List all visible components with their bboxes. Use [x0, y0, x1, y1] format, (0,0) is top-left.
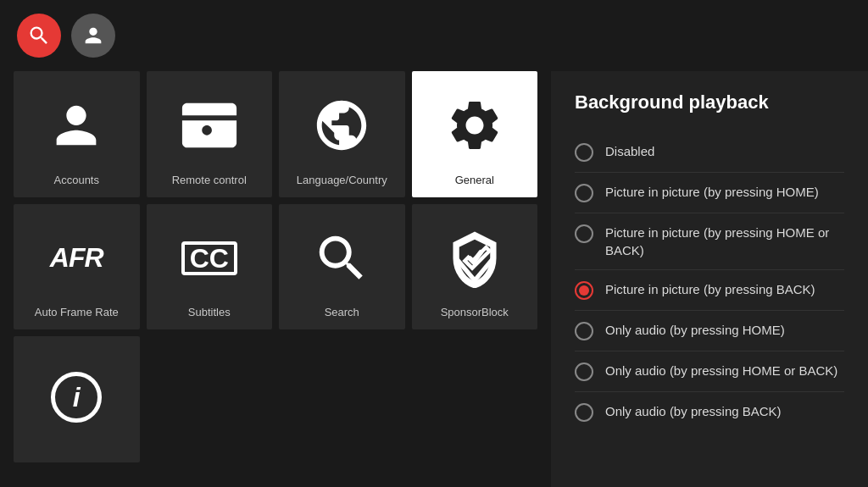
right-panel: Background playback Disabled Picture in … [551, 71, 868, 487]
divider-1 [575, 172, 844, 173]
header [0, 0, 868, 71]
main-content: Accounts Remote control Language/Country… [0, 71, 868, 487]
sponsorblock-icon [422, 214, 528, 303]
option-pip-home[interactable]: Picture in picture (by pressing HOME) [575, 174, 844, 211]
radio-audio-home-back [575, 362, 593, 381]
radio-audio-back [575, 403, 593, 422]
divider-4 [575, 310, 844, 311]
divider-2 [575, 213, 844, 213]
grid-item-remote-control[interactable]: Remote control [147, 71, 273, 197]
radio-audio-home [575, 322, 593, 340]
panel-title: Background playback [575, 91, 844, 113]
sponsorblock-label: SponsorBlock [441, 306, 509, 319]
remote-control-label: Remote control [172, 174, 247, 187]
divider-3 [575, 269, 844, 270]
grid-item-general[interactable]: General [412, 71, 538, 197]
grid-item-sponsorblock[interactable]: SponsorBlock [412, 204, 538, 330]
afr-icon: AFR [24, 214, 130, 303]
search-label: Search [325, 306, 359, 319]
option-audio-home[interactable]: Only audio (by pressing HOME) [575, 313, 844, 349]
language-icon [289, 81, 395, 170]
option-disabled-label: Disabled [605, 142, 654, 160]
accounts-label: Accounts [54, 174, 99, 187]
radio-pip-back [575, 281, 593, 300]
remote-control-icon [157, 81, 263, 170]
option-disabled[interactable]: Disabled [575, 134, 844, 170]
settings-grid: Accounts Remote control Language/Country… [14, 71, 537, 462]
option-audio-back-label: Only audio (by pressing BACK) [605, 402, 782, 420]
settings-grid-panel: Accounts Remote control Language/Country… [0, 71, 551, 487]
general-label: General [455, 174, 494, 187]
option-pip-back[interactable]: Picture in picture (by pressing BACK) [575, 272, 844, 308]
grid-item-search[interactable]: Search [279, 204, 405, 330]
general-icon [422, 81, 528, 170]
grid-item-accounts[interactable]: Accounts [14, 71, 140, 197]
grid-item-afr[interactable]: AFR Auto Frame Rate [14, 204, 140, 330]
account-button[interactable] [71, 14, 115, 58]
option-pip-home-back[interactable]: Picture in picture (by pressing HOME or … [575, 215, 844, 268]
divider-5 [575, 351, 844, 351]
radio-pip-home [575, 184, 593, 202]
search-button[interactable] [17, 14, 61, 58]
option-pip-back-label: Picture in picture (by pressing BACK) [605, 280, 815, 298]
account-icon [81, 24, 105, 47]
radio-pip-home-back [575, 224, 593, 243]
divider-6 [575, 391, 844, 392]
grid-item-info[interactable]: i [14, 336, 140, 462]
option-audio-home-back-label: Only audio (by pressing HOME or BACK) [605, 362, 837, 379]
language-label: Language/Country [297, 174, 387, 187]
accounts-icon [24, 81, 130, 170]
option-audio-back[interactable]: Only audio (by pressing BACK) [575, 394, 844, 430]
option-pip-home-label: Picture in picture (by pressing HOME) [605, 183, 819, 201]
option-pip-home-back-label: Picture in picture (by pressing HOME or … [605, 224, 844, 259]
radio-disabled [575, 143, 593, 162]
afr-label: Auto Frame Rate [35, 306, 119, 319]
search-grid-icon [289, 214, 395, 303]
subtitles-label: Subtitles [188, 306, 231, 319]
grid-item-subtitles[interactable]: CC Subtitles [147, 204, 273, 330]
option-audio-home-back[interactable]: Only audio (by pressing HOME or BACK) [575, 353, 844, 390]
search-icon [27, 24, 51, 47]
info-icon: i [24, 346, 130, 449]
subtitles-icon: CC [157, 214, 263, 303]
option-audio-home-label: Only audio (by pressing HOME) [605, 321, 785, 339]
grid-item-language[interactable]: Language/Country [279, 71, 405, 197]
